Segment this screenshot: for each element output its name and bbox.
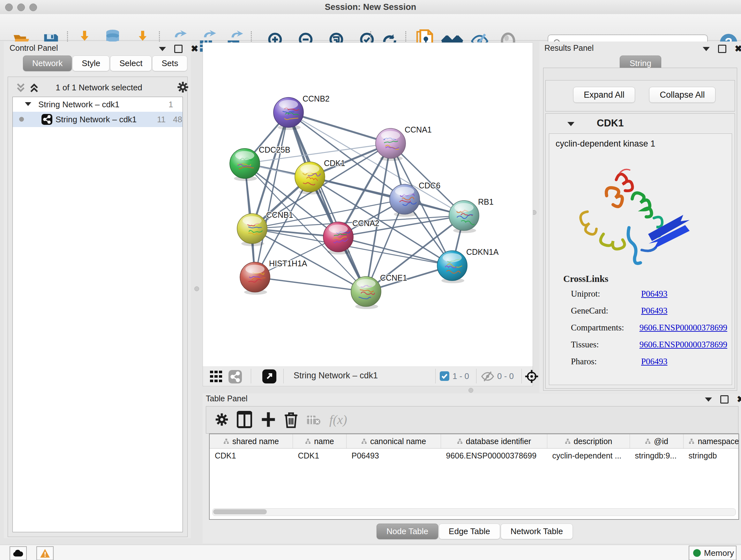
crosslink-row: Compartments:9606.ENSP00000378699 — [571, 323, 727, 333]
table-scrollbar-thumb[interactable] — [213, 509, 267, 514]
table-cell[interactable]: stringdb — [684, 449, 739, 463]
column-type-icon — [457, 438, 463, 444]
column-header-@id[interactable]: @id — [630, 434, 684, 449]
tab-node-table[interactable]: Node Table — [377, 523, 438, 539]
network-edge-CCNB2-HIST1H1A[interactable] — [255, 112, 288, 277]
grid-view-icon[interactable] — [210, 371, 223, 382]
window-title: Session: New Session — [0, 2, 741, 12]
table-panel-float-icon[interactable] — [720, 395, 729, 403]
crosslink-value-link[interactable]: P06493 — [641, 289, 668, 299]
column-type-icon — [223, 438, 229, 444]
control-panel-menu-icon[interactable] — [159, 47, 166, 51]
crosslink-value-link[interactable]: P06493 — [641, 357, 668, 367]
table-cell[interactable]: 9606.ENSP00000378699 — [441, 449, 547, 463]
crosslink-label: Uniprot: — [571, 289, 641, 299]
tree-child-node-count: 11 — [157, 115, 165, 125]
network-node-HIST1H1A[interactable]: HIST1H1A — [240, 259, 307, 295]
expand-all-tree-icon[interactable] — [29, 82, 39, 94]
network-view-title: String Network – cdk1 — [293, 371, 378, 381]
crosslink-value-link[interactable]: 9606.ENSP00000378699 — [639, 323, 727, 333]
column-header-namespace[interactable]: namespace — [684, 434, 739, 449]
delete-column-icon[interactable] — [284, 411, 298, 428]
tab-sets[interactable]: Sets — [152, 56, 187, 71]
open-in-window-icon[interactable] — [262, 369, 276, 383]
hidden-counts: 0 - 0 — [497, 371, 514, 381]
network-node-CCNB2[interactable]: CCNB2 — [273, 94, 330, 130]
control-panel: Control Panel ✖ NetworkStyleSelectSets 1… — [4, 42, 191, 538]
column-header-canonical-name[interactable]: canonical name — [347, 434, 441, 449]
control-panel-body: 1 of 1 Network selected String Network –… — [8, 77, 188, 537]
crosslink-value-link[interactable]: 9606.ENSP00000378699 — [639, 340, 727, 350]
show-columns-icon[interactable] — [237, 411, 252, 428]
network-canvas[interactable]: CCNB2CCNA1CDC25BCDK1CDC6RB1CCNB1CCNA2CDK… — [203, 43, 533, 367]
expand-all-button[interactable]: Expand All — [573, 87, 635, 103]
selected-counts: 1 - 0 — [453, 371, 469, 381]
node-label-CDC25B: CDC25B — [259, 145, 290, 154]
crosslink-value-link[interactable]: P06493 — [641, 306, 668, 316]
column-header-database-identifier[interactable]: database identifier — [441, 434, 547, 449]
network-view-toolbar: String Network – cdk1 1 - 0 0 - 0 — [203, 366, 533, 386]
column-type-icon — [645, 438, 651, 444]
add-column-icon[interactable] — [261, 412, 276, 428]
table-cell[interactable]: P06493 — [347, 449, 441, 463]
table-panel-menu-icon[interactable] — [705, 397, 712, 401]
collapse-all-button[interactable]: Collapse All — [649, 87, 716, 103]
warning-status-button[interactable] — [37, 546, 54, 560]
collapse-all-tree-icon[interactable] — [16, 82, 26, 94]
memory-status-dot — [693, 549, 701, 557]
network-node-CDKN1A[interactable]: CDKN1A — [437, 247, 499, 283]
selected-checkbox[interactable] — [440, 371, 449, 381]
table-horizontal-scrollbar[interactable] — [212, 508, 736, 516]
left-splitter-handle[interactable] — [194, 287, 199, 291]
node-label-HIST1H1A: HIST1H1A — [269, 259, 307, 268]
network-tree-child-row[interactable]: String Network – cdk1 11 48 — [13, 112, 183, 127]
tab-network[interactable]: Network — [23, 56, 72, 71]
network-node-CCNE1[interactable]: CCNE1 — [351, 273, 407, 309]
gene-section-expander-icon[interactable] — [567, 122, 575, 126]
crosslinks-heading: CrossLinks — [563, 273, 608, 284]
tab-style[interactable]: Style — [72, 56, 110, 71]
counts-divider — [435, 369, 435, 383]
cloud-status-button[interactable] — [10, 546, 27, 560]
tab-network-table[interactable]: Network Table — [501, 523, 573, 539]
toolbar-divider — [251, 369, 251, 383]
table-panel-tabs: Node TableEdge TableNetwork Table — [377, 523, 574, 539]
network-options-gear-icon[interactable] — [177, 81, 189, 94]
network-graph[interactable]: CCNB2CCNA1CDC25BCDK1CDC6RB1CCNB1CCNA2CDK… — [203, 43, 533, 367]
results-panel-menu-icon[interactable] — [703, 47, 710, 51]
crosshair-icon[interactable] — [525, 369, 539, 383]
network-share-icon[interactable] — [228, 370, 242, 383]
node-label-CCNE1: CCNE1 — [380, 273, 407, 282]
network-edge-CCNB2-CCNA1[interactable] — [288, 112, 391, 143]
tree-child-edge-count: 48 — [173, 115, 182, 125]
tab-select[interactable]: Select — [110, 56, 151, 71]
results-panel-float-icon[interactable] — [718, 45, 726, 53]
delete-table-icon — [307, 415, 320, 426]
crosslink-row: GeneCard:P06493 — [571, 306, 727, 316]
table-cell[interactable]: stringdb:9... — [630, 449, 684, 463]
crosslink-label: Tissues: — [571, 340, 639, 350]
control-panel-float-icon[interactable] — [174, 45, 183, 53]
control-panel-close-icon[interactable]: ✖ — [191, 46, 198, 52]
network-edge-HIST1H1A-CCNE1[interactable] — [255, 277, 366, 292]
column-header-shared-name[interactable]: shared name — [210, 434, 293, 449]
hidden-eye-slash-icon[interactable] — [481, 371, 494, 381]
results-panel-close-icon[interactable]: ✖ — [735, 46, 741, 52]
column-header-name[interactable]: name — [293, 434, 347, 449]
node-label-CCNB2: CCNB2 — [302, 94, 330, 103]
memory-button[interactable]: Memory — [689, 546, 737, 560]
table-cell[interactable]: cyclin-dependent ... — [547, 449, 630, 463]
bottom-splitter-handle[interactable] — [468, 388, 473, 393]
table-cell[interactable]: CDK1 — [293, 449, 347, 463]
table-cell[interactable]: CDK1 — [210, 449, 293, 463]
results-panel-body: Expand All Collapse All CDK1 cyclin-depe… — [543, 68, 737, 391]
network-node-CCNA2[interactable]: CCNA2 — [323, 219, 380, 254]
column-header-description[interactable]: description — [547, 434, 630, 449]
tab-edge-table[interactable]: Edge Table — [439, 523, 500, 539]
table-panel-close-icon[interactable]: ✖ — [737, 396, 741, 402]
network-tree-root-row[interactable]: String Network – cdk1 1 — [13, 97, 183, 112]
table-row[interactable]: CDK1CDK1P064939606.ENSP00000378699cyclin… — [210, 449, 739, 463]
network-node-RB1[interactable]: RB1 — [449, 197, 494, 233]
table-gear-icon[interactable] — [214, 412, 229, 427]
tree-expander-icon[interactable] — [25, 102, 31, 106]
